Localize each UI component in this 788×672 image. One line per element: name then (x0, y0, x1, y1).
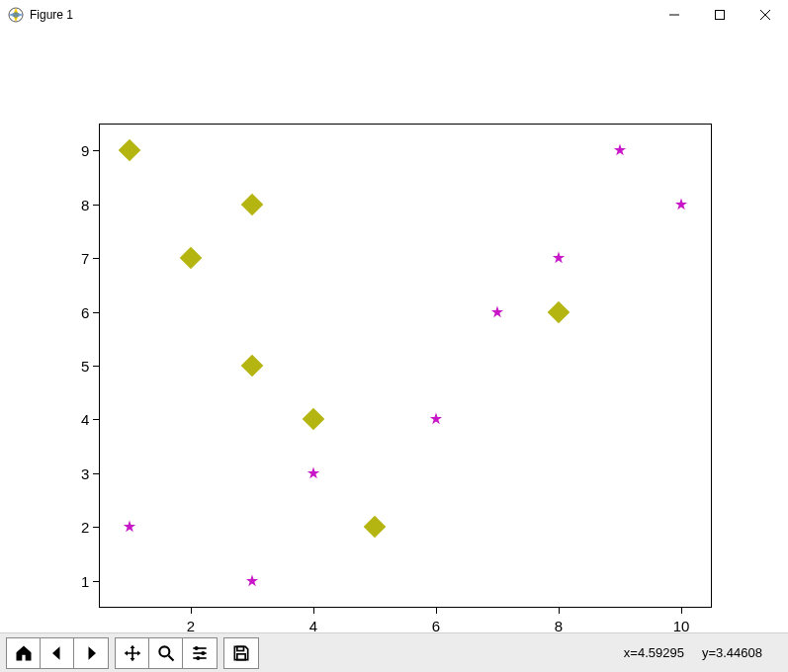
y-tick-label: 1 (81, 572, 89, 589)
window-title: Figure 1 (30, 8, 73, 22)
y-tick (93, 258, 99, 259)
y-tick (93, 527, 99, 528)
x-tick (681, 608, 682, 614)
y-tick-label: 7 (81, 250, 89, 267)
home-button[interactable] (7, 638, 41, 668)
y-tick (93, 581, 99, 582)
star-marker (429, 412, 443, 426)
coord-y: y=3.44608 (702, 645, 762, 660)
x-tick (313, 608, 314, 614)
y-tick-label: 3 (81, 464, 89, 481)
star-marker (490, 305, 504, 319)
y-tick-label: 6 (81, 303, 89, 320)
cursor-coords: x=4.59295 y=3.44608 (624, 645, 782, 660)
star-marker (552, 251, 566, 265)
plot-area[interactable]: 123456789246810 (0, 30, 788, 632)
star-marker (674, 198, 688, 211)
y-tick (93, 419, 99, 420)
svg-rect-13 (237, 646, 244, 650)
y-tick-label: 2 (81, 519, 89, 536)
configure-button[interactable] (183, 638, 217, 668)
star-marker (245, 574, 259, 588)
y-tick-label: 9 (81, 142, 89, 159)
y-tick (93, 205, 99, 206)
maximize-button[interactable] (697, 0, 743, 30)
y-tick (93, 312, 99, 313)
back-button[interactable] (41, 638, 74, 668)
star-marker (613, 143, 627, 157)
y-tick (93, 366, 99, 367)
forward-button[interactable] (74, 638, 108, 668)
svg-rect-14 (237, 653, 245, 659)
pan-button[interactable] (116, 638, 149, 668)
svg-point-12 (196, 655, 200, 659)
svg-point-5 (159, 646, 169, 656)
svg-line-6 (168, 655, 173, 660)
zoom-button[interactable] (149, 638, 183, 668)
y-tick (93, 150, 99, 151)
coord-x: x=4.59295 (624, 645, 684, 660)
save-button[interactable] (224, 638, 258, 668)
svg-point-8 (195, 645, 199, 649)
minimize-button[interactable] (652, 0, 697, 30)
star-marker (123, 520, 136, 534)
y-tick (93, 473, 99, 474)
toolbar: x=4.59295 y=3.44608 (0, 632, 788, 672)
svg-rect-2 (716, 11, 725, 20)
app-icon (8, 7, 24, 23)
titlebar: Figure 1 (0, 0, 788, 30)
x-tick (436, 608, 437, 614)
x-tick (191, 608, 192, 614)
axes-frame (99, 124, 712, 608)
y-tick-label: 4 (81, 411, 89, 428)
window-controls (652, 0, 788, 30)
x-tick (559, 608, 560, 614)
y-tick-label: 5 (81, 358, 89, 375)
svg-point-10 (201, 650, 205, 654)
star-marker (306, 466, 320, 480)
close-button[interactable] (743, 0, 788, 30)
y-tick-label: 8 (81, 196, 89, 212)
